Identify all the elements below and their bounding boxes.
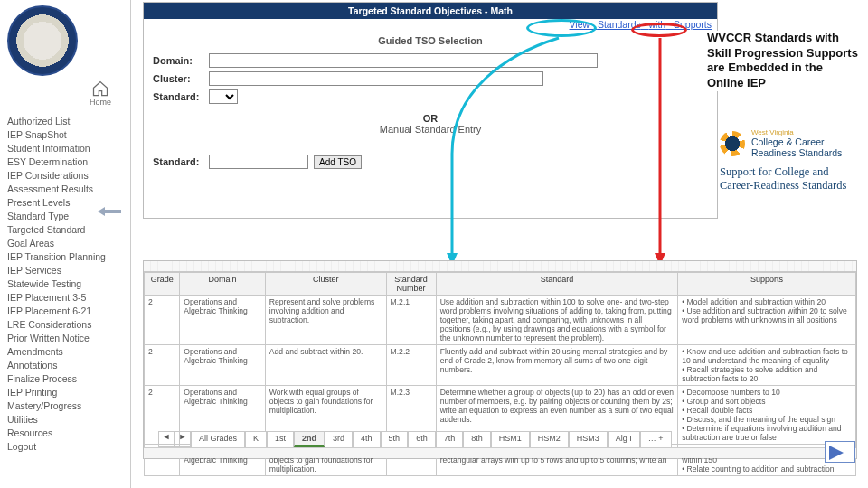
tab-hsm3[interactable]: HSM3	[569, 431, 608, 447]
nav-placement-3-5[interactable]: IEP Placement 3-5	[7, 290, 130, 304]
tab-3rd[interactable]: 3rd	[325, 431, 353, 447]
nav-amendments[interactable]: Amendments	[7, 344, 130, 358]
th-grade[interactable]: Grade	[145, 273, 180, 296]
cluster-row: Cluster:	[144, 71, 717, 86]
th-number[interactable]: Standard Number	[386, 273, 436, 296]
table-row[interactable]: 2Operations and Algebraic ThinkingRepres…	[145, 296, 856, 345]
table-cell[interactable]: Operations and Algebraic Thinking	[180, 296, 265, 345]
table-cell[interactable]: Use addition and subtraction within 100 …	[436, 296, 678, 345]
nav-considerations[interactable]: IEP Considerations	[7, 168, 130, 182]
standard-row: Standard:	[144, 89, 717, 104]
tab-8th[interactable]: 8th	[463, 431, 491, 447]
supports-cell[interactable]: • Model addition and subtraction within …	[678, 296, 856, 345]
manual-label: Manual Standard Entry	[144, 124, 717, 135]
nav-goal-areas[interactable]: Goal Areas	[7, 236, 130, 249]
nav-assessment[interactable]: Assessment Results	[7, 182, 130, 195]
sidebar: Home Authorized List IEP SnapShot Studen…	[0, 0, 131, 488]
home-label: Home	[90, 98, 111, 107]
nav-iep-snapshot[interactable]: IEP SnapShot	[7, 127, 130, 141]
guided-subtitle: Guided TSO Selection	[144, 35, 717, 46]
nav-student-info[interactable]: Student Information	[7, 141, 130, 155]
brand-line3: Readiness Standards	[751, 147, 842, 158]
domain-label: Domain:	[153, 55, 209, 66]
tab-7th[interactable]: 7th	[436, 431, 464, 447]
tab-k[interactable]: K	[245, 431, 267, 447]
tab-6th[interactable]: 6th	[408, 431, 436, 447]
standards-spreadsheet: Grade Domain Cluster Standard Number Sta…	[143, 260, 857, 459]
add-tso-button[interactable]: Add TSO	[314, 155, 362, 169]
column-ruler	[144, 261, 856, 272]
domain-input[interactable]	[209, 53, 598, 68]
table-header-row: Grade Domain Cluster Standard Number Sta…	[145, 273, 856, 296]
table-cell[interactable]: Operations and Algebraic Thinking	[180, 345, 265, 386]
nav-resources[interactable]: Resources	[7, 426, 130, 439]
manual-standard-row: Standard: Add TSO	[144, 155, 717, 169]
table-cell[interactable]: M.2.2	[386, 345, 436, 386]
next-slide-button[interactable]	[825, 441, 855, 463]
cluster-input[interactable]	[209, 71, 543, 86]
link-word-3: with	[649, 19, 666, 30]
tab-all-grades[interactable]: All Grades	[191, 431, 245, 447]
th-supports[interactable]: Supports	[678, 273, 856, 296]
nav-iep-services[interactable]: IEP Services	[7, 263, 130, 277]
standard2-label: Standard:	[153, 156, 209, 167]
tab-hsm2[interactable]: HSM2	[530, 431, 569, 447]
th-standard[interactable]: Standard	[436, 273, 678, 296]
starburst-icon	[720, 131, 745, 156]
domain-row: Domain:	[144, 53, 717, 68]
tab-5th[interactable]: 5th	[381, 431, 409, 447]
th-cluster[interactable]: Cluster	[265, 273, 386, 296]
nav-annotations[interactable]: Annotations	[7, 358, 130, 371]
wvde-seal-logo	[7, 5, 78, 76]
svg-marker-0	[98, 207, 121, 216]
table-cell[interactable]: Fluently add and subtract within 20 usin…	[436, 345, 678, 386]
brand-sub: Support for College and Career-Readiness…	[720, 165, 855, 192]
tab-2nd[interactable]: 2nd	[294, 431, 325, 447]
panel-title: Targeted Standard Objectives - Math	[144, 3, 717, 19]
nav-lre[interactable]: LRE Considerations	[7, 317, 130, 331]
nav-authorized-list[interactable]: Authorized List	[7, 114, 130, 127]
table-cell[interactable]: M.2.1	[386, 296, 436, 345]
home-button[interactable]: Home	[87, 80, 114, 107]
nav-pwn[interactable]: Prior Written Notice	[7, 331, 130, 344]
tab-1st[interactable]: 1st	[267, 431, 294, 447]
tab-alg1[interactable]: Alg I	[608, 431, 640, 447]
nav-printing[interactable]: IEP Printing	[7, 385, 130, 399]
view-standards-link[interactable]: View Standards with Supports	[144, 19, 717, 30]
nav-esy[interactable]: ESY Determination	[7, 155, 130, 168]
brand-line1: West Virginia	[751, 128, 842, 136]
sheet-prev[interactable]: ◄	[158, 431, 175, 447]
supports-cell[interactable]: • Know and use addition and subtraction …	[678, 345, 856, 386]
th-domain[interactable]: Domain	[180, 273, 265, 296]
table-row[interactable]: 2Operations and Algebraic ThinkingAdd an…	[145, 345, 856, 386]
nav-list: Authorized List IEP SnapShot Student Inf…	[0, 114, 130, 453]
standard-select[interactable]	[209, 89, 238, 104]
standard-label: Standard:	[153, 91, 209, 102]
sheet-next[interactable]: ►	[175, 431, 191, 447]
tab-more[interactable]: … +	[640, 431, 672, 447]
or-divider: OR	[144, 113, 717, 124]
nav-logout[interactable]: Logout	[7, 439, 130, 453]
sheet-tabs: ◄ ► All Grades K 1st 2nd 3rd 4th 5th 6th…	[158, 431, 851, 447]
nav-statewide-testing[interactable]: Statewide Testing	[7, 277, 130, 290]
link-word-2: Standards	[598, 19, 641, 30]
table-cell[interactable]: Add and subtract within 20.	[265, 345, 386, 386]
cluster-label: Cluster:	[153, 73, 209, 84]
tab-hsm1[interactable]: HSM1	[491, 431, 530, 447]
nav-placement-6-21[interactable]: IEP Placement 6-21	[7, 304, 130, 317]
link-word-4: Supports	[674, 19, 712, 30]
link-word-1: View	[570, 19, 590, 30]
nav-targeted-standard[interactable]: Targeted Standard	[7, 222, 130, 236]
table-cell[interactable]: 2	[145, 296, 180, 345]
nav-transition[interactable]: IEP Transition Planning	[7, 249, 130, 263]
manual-standard-input[interactable]	[209, 155, 308, 169]
table-cell[interactable]: Represent and solve problems involving a…	[265, 296, 386, 345]
nav-finalize[interactable]: Finalize Process	[7, 371, 130, 385]
home-icon	[91, 80, 109, 98]
table-cell[interactable]: 2	[145, 345, 180, 386]
nav-utilities[interactable]: Utilities	[7, 412, 130, 426]
brand-line2: College & Career	[751, 136, 842, 147]
nav-mastery[interactable]: Mastery/Progress	[7, 399, 130, 412]
tab-4th[interactable]: 4th	[353, 431, 381, 447]
pointer-arrow-icon	[98, 207, 121, 216]
